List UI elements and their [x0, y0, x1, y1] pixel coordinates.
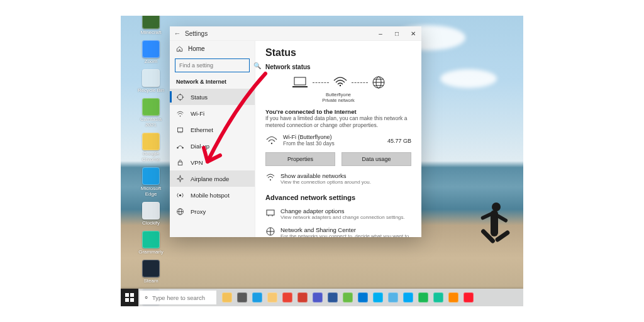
maximize-button[interactable]: □	[389, 26, 405, 40]
wallpaper-runner-figure	[474, 203, 518, 272]
back-button[interactable]: ←	[170, 30, 185, 37]
opera-icon	[464, 292, 474, 303]
desktop-icon-minecraft[interactable]: Minecraft	[137, 11, 165, 35]
svg-rect-19	[125, 298, 129, 302]
taskbar-search[interactable]: ⚬ Type here to search	[140, 291, 216, 304]
settings-content: Status Network status Butterflyone Priva…	[255, 41, 421, 237]
taskbar: ⚬ Type here to search	[121, 289, 523, 306]
nav-item-wi-fi[interactable]: Wi-Fi	[170, 105, 255, 121]
properties-button[interactable]: Properties	[265, 152, 335, 166]
icon-label: Steam	[137, 278, 165, 284]
desktop-icon-camtasia-2021[interactable]: Camtasia 2021	[137, 98, 165, 128]
nav-item-proxy[interactable]: Proxy	[170, 203, 255, 219]
taskbar-search-placeholder: Type here to search	[152, 294, 205, 301]
taskbar-icon-vlc[interactable]	[447, 291, 460, 304]
taskbar-icon-cortana[interactable]	[220, 291, 234, 304]
ethernet-icon	[176, 126, 184, 134]
search-icon: ⚬	[143, 294, 149, 302]
taskbar-icon-explorer[interactable]	[265, 291, 279, 304]
taskbar-icon-word[interactable]	[326, 291, 340, 304]
taskbar-icon-chrome[interactable]	[280, 291, 294, 304]
taskbar-icon-opera[interactable]	[462, 291, 475, 304]
status-icon	[176, 93, 184, 101]
desktop-icon-grammarly[interactable]: Grammarly	[137, 231, 165, 255]
svg-point-14	[270, 179, 271, 180]
app-icon	[142, 133, 160, 150]
app-icon	[142, 231, 160, 248]
nav-home-label: Home	[188, 45, 205, 52]
taskbar-icon-task-view[interactable]	[235, 291, 249, 304]
nav-item-label: Ethernet	[191, 126, 213, 133]
show-networks-link[interactable]: Show available networks View the connect…	[265, 172, 411, 185]
icon-label: Grammarly	[137, 249, 165, 255]
taskbar-icon-grammarly[interactable]	[431, 291, 445, 304]
sharing-icon	[265, 226, 275, 236]
data-usage-button[interactable]: Data usage	[341, 152, 411, 166]
connection-name: Wi-Fi (Butterflyone)	[283, 134, 382, 140]
desktop-icon-steam[interactable]: Steam	[137, 260, 165, 284]
svg-rect-15	[267, 210, 274, 215]
close-button[interactable]: ✕	[405, 26, 421, 40]
taskbar-icon-spotify[interactable]	[416, 291, 430, 304]
taskbar-icon-edge[interactable]	[250, 291, 264, 304]
advanced-heading: Advanced network settings	[265, 194, 411, 201]
app-icon	[142, 167, 160, 185]
connected-subtext: If you have a limited data plan, you can…	[265, 115, 411, 129]
proxy-icon	[176, 208, 184, 216]
window-titlebar[interactable]: ← Settings – □ ✕	[170, 26, 421, 41]
edge-icon	[252, 292, 262, 303]
taskbar-icon-skype[interactable]	[371, 291, 385, 304]
skype-icon	[373, 292, 383, 303]
diagram-caption: Butterflyone Private network	[265, 92, 411, 103]
nav-item-dial-up[interactable]: Dial-up	[170, 138, 255, 154]
home-icon	[176, 45, 183, 52]
nav-item-mobile-hotspot[interactable]: Mobile hotspot	[170, 187, 255, 203]
svg-point-10	[340, 85, 341, 86]
nav-item-label: Status	[191, 94, 208, 101]
taskbar-icon-clockify[interactable]	[401, 291, 415, 304]
settings-search-input[interactable]	[175, 62, 253, 69]
desktop-icon-microsoft-edge[interactable]: Microsoft Edge	[137, 167, 165, 197]
desktop-icon-zoom[interactable]: Zoom	[137, 40, 165, 64]
nav-home[interactable]: Home	[170, 41, 255, 56]
taskbar-icon-camtasia[interactable]	[341, 291, 355, 304]
spotify-icon	[418, 292, 428, 303]
change-adapter-link[interactable]: Change adapter options View network adap…	[265, 208, 411, 220]
svg-point-4	[182, 147, 183, 148]
icon-label: Microsoft Edge	[137, 186, 165, 197]
taskbar-icon-notepad[interactable]	[386, 291, 400, 304]
svg-point-0	[177, 94, 182, 99]
taskbar-icon-teams[interactable]	[311, 291, 325, 304]
svg-rect-5	[178, 162, 182, 165]
desktop-icon-google-chrome[interactable]: Google Chrome	[137, 133, 165, 162]
desktop-icon-clockify[interactable]: Clockify	[137, 202, 165, 226]
nav-item-status[interactable]: Status	[170, 89, 255, 105]
taskbar-icon-snagit[interactable]	[296, 291, 309, 304]
teams-icon	[313, 292, 323, 303]
svg-rect-9	[294, 77, 306, 85]
svg-point-1	[180, 115, 181, 116]
icon-label: Minecraft	[137, 30, 165, 35]
app-icon	[142, 69, 160, 87]
windows-icon	[125, 293, 134, 302]
nav-item-airplane-mode[interactable]: Airplane mode	[170, 170, 255, 187]
adapter-icon	[265, 208, 275, 218]
settings-search[interactable]: 🔍	[175, 58, 250, 72]
sharing-center-link[interactable]: Network and Sharing Center For the netwo…	[265, 226, 411, 237]
task-view-icon	[237, 292, 247, 303]
explorer-icon	[267, 292, 277, 303]
desktop-icon-recycle-bin[interactable]: Recycle Bin	[137, 69, 165, 93]
connection-period: From the last 30 days	[283, 140, 382, 147]
start-button[interactable]	[121, 289, 138, 306]
nav-item-vpn[interactable]: VPN	[170, 154, 255, 170]
svg-rect-2	[177, 128, 182, 132]
nav-item-ethernet[interactable]: Ethernet	[170, 121, 255, 138]
desktop-icons-area: MinecraftZoomRecycle BinCamtasia 2021Goo…	[137, 11, 175, 322]
clockify-icon	[403, 292, 413, 303]
globe-icon	[372, 75, 386, 89]
nav-item-label: Wi-Fi	[191, 110, 204, 117]
minimize-button[interactable]: –	[372, 26, 389, 40]
taskbar-icon-mail[interactable]	[356, 291, 370, 304]
nav-item-label: Dial-up	[191, 143, 209, 150]
cortana-icon	[222, 292, 232, 303]
